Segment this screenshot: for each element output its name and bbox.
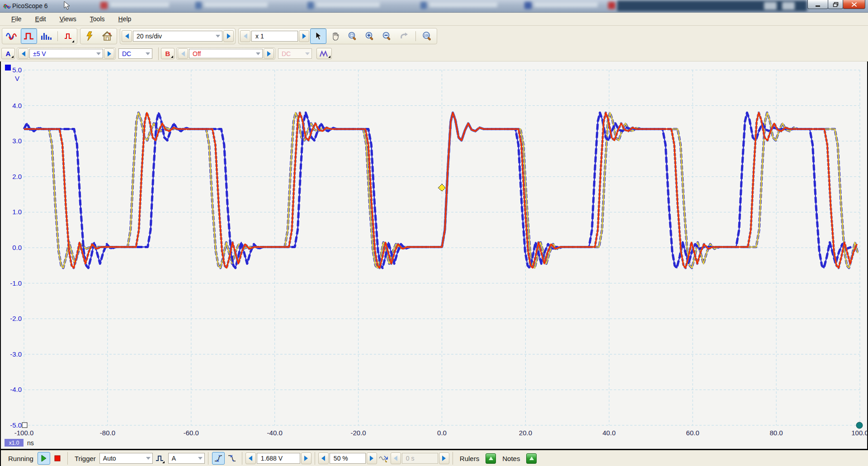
minimize-button[interactable] <box>807 0 828 9</box>
close-button[interactable] <box>843 0 865 9</box>
zoom-out-button[interactable] <box>379 28 395 44</box>
rulers-label: Rulers <box>460 455 479 462</box>
trigger-delay-toggle-button[interactable] <box>377 452 390 465</box>
trigger-source-select[interactable]: A <box>168 453 205 464</box>
auto-setup-button[interactable] <box>82 28 98 44</box>
title-bar[interactable]: PicoScope 6 <box>0 0 868 13</box>
menu-corner <box>171 56 173 58</box>
divider <box>208 452 208 465</box>
y-tick-label: -4.0 <box>10 386 22 393</box>
trigger-level-decrease-button[interactable] <box>245 452 256 464</box>
menu-views[interactable]: Views <box>53 13 83 25</box>
chevron-down-icon <box>146 52 150 55</box>
taskbar-blob <box>420 2 427 9</box>
channel-a-options-button[interactable]: A <box>1 48 15 59</box>
normal-selection-tool-button[interactable] <box>310 28 326 44</box>
trigger-label: Trigger <box>75 455 96 462</box>
add-view-button[interactable] <box>61 28 75 44</box>
x-tick-label: 40.0 <box>603 429 616 437</box>
rising-edge-button[interactable] <box>212 452 225 465</box>
pre-trigger-increase-button[interactable] <box>367 452 377 464</box>
window-title: PicoScope 6 <box>12 2 48 9</box>
chevron-down-icon <box>146 457 151 460</box>
menu-edit[interactable]: Edit <box>28 13 53 25</box>
delay-decrease-button[interactable] <box>391 452 401 464</box>
channel-a-range-increase-button[interactable] <box>104 48 114 59</box>
persistence-mode-button[interactable] <box>21 28 37 44</box>
notes-panel-button[interactable] <box>526 453 537 464</box>
notes-label: Notes <box>502 455 520 462</box>
channel-a-coupling-select[interactable]: DC <box>118 48 152 59</box>
chevron-down-icon <box>96 52 101 55</box>
y-tick-label: 2.0 <box>12 173 22 180</box>
x-tick-label: 80.0 <box>769 429 783 437</box>
axis-labels: 5.04.03.02.01.00.0-1.0-2.0-3.0-4.0-5.0V-… <box>10 66 867 437</box>
delay-increase-button[interactable] <box>439 452 449 464</box>
scope-display[interactable]: 5.04.03.02.01.00.0-1.0-2.0-3.0-4.0-5.0V-… <box>0 61 868 449</box>
spectrum-mode-button[interactable] <box>38 28 54 44</box>
zoom-in-button[interactable] <box>362 28 378 44</box>
restore-button[interactable] <box>828 0 843 9</box>
channel-b-range-group: Off <box>176 47 275 60</box>
x-axis-unit: ns <box>27 439 34 447</box>
channel-a-range-decrease-button[interactable] <box>18 48 28 59</box>
hand-tool-button[interactable] <box>327 28 344 44</box>
channel-b-coupling-select[interactable]: DC <box>278 48 312 59</box>
menu-corner <box>162 461 165 463</box>
taskbar-blob <box>764 2 777 10</box>
trigger-level-field[interactable]: 1.688 V <box>257 453 300 464</box>
channel-a-range-select[interactable]: ±5 V <box>29 49 103 58</box>
menu-help[interactable]: Help <box>112 13 138 25</box>
home-button[interactable] <box>99 28 115 44</box>
status-bar: Running Trigger Auto A <box>0 449 868 466</box>
channel-a-range-value: ±5 V <box>33 50 93 57</box>
zoom-factor-increase-button[interactable] <box>299 30 309 42</box>
scope-plot[interactable]: 5.04.03.02.01.00.0-1.0-2.0-3.0-4.0-5.0V-… <box>1 61 867 449</box>
timebase-value: 20 ns/div <box>137 33 212 40</box>
trigger-level-marker[interactable] <box>439 184 446 191</box>
channel-a-coupling-value: DC <box>122 50 142 57</box>
channel-b-range-select[interactable]: Off <box>189 49 263 58</box>
axis-scale-handle[interactable] <box>22 423 27 428</box>
chevron-up-icon <box>529 457 534 460</box>
y-tick-label: -5.0 <box>10 421 22 429</box>
taskbar-blob <box>524 2 532 9</box>
channel-b-range-decrease-button[interactable] <box>178 48 188 59</box>
undo-zoom-button[interactable] <box>396 28 412 44</box>
setup-group <box>80 28 117 44</box>
channel-b-label: B <box>165 50 170 57</box>
trigger-mode-select[interactable]: Auto <box>99 453 153 464</box>
pre-trigger-field[interactable]: 50 % <box>330 453 366 464</box>
pre-trigger-decrease-button[interactable] <box>318 452 329 464</box>
falling-edge-button[interactable] <box>226 452 238 465</box>
corner-drag-handle[interactable] <box>856 422 863 428</box>
channel-a-axis-marker[interactable] <box>5 65 11 71</box>
timebase-increase-button[interactable] <box>223 30 234 42</box>
svg-text:100: 100 <box>424 33 429 37</box>
timebase-select[interactable]: 20 ns/div <box>133 31 222 42</box>
chevron-down-icon <box>305 52 310 55</box>
divider <box>242 452 242 465</box>
marquee-zoom-tool-button[interactable] <box>344 28 361 44</box>
zoom-factor-field[interactable]: x 1 <box>251 31 298 42</box>
channel-b-range-increase-button[interactable] <box>264 48 274 59</box>
math-channels-button[interactable] <box>316 48 332 59</box>
delay-field[interactable]: 0 s <box>402 453 438 464</box>
start-capture-button[interactable] <box>38 452 50 465</box>
channel-b-coupling-value: DC <box>282 50 302 57</box>
menu-tools[interactable]: Tools <box>83 13 112 25</box>
zoom-factor-decrease-button[interactable] <box>240 30 250 42</box>
menu-file[interactable]: File <box>5 13 28 25</box>
chevron-down-icon <box>198 457 203 460</box>
trigger-level-increase-button[interactable] <box>301 452 311 464</box>
x-tick-label: -80.0 <box>100 429 115 437</box>
stop-capture-button[interactable] <box>51 452 64 465</box>
scope-mode-button[interactable] <box>4 28 20 44</box>
menu-corner <box>328 56 330 58</box>
channel-b-options-button[interactable]: B <box>161 48 175 59</box>
advanced-trigger-button[interactable] <box>153 452 166 465</box>
channel-a-range-group: ±5 V <box>17 47 116 60</box>
rulers-panel-button[interactable] <box>486 453 496 464</box>
zoom-full-button[interactable]: 100 <box>419 28 435 44</box>
timebase-decrease-button[interactable] <box>122 30 132 42</box>
